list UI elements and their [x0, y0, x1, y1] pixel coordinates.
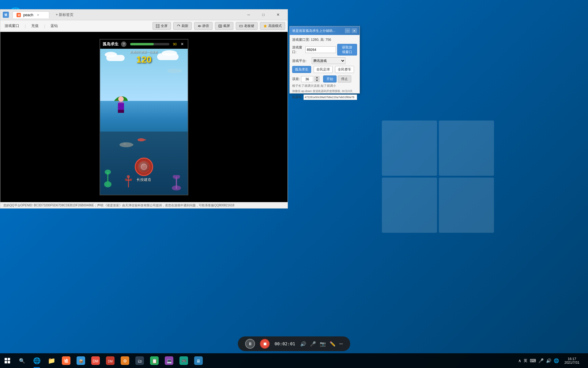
win-logo-q3 — [5, 361, 7, 363]
toolbar-actions: 全屏 刷新 静音 截屏 老板键 — [153, 22, 285, 30]
app5-taskbar-icon: DM — [105, 356, 115, 366]
build-btn-core — [141, 164, 147, 170]
stop-btn[interactable]: 停止 — [338, 75, 351, 82]
keyboard-label: 老板键 — [244, 24, 254, 28]
network-icon[interactable]: 🌐 — [554, 358, 559, 363]
taskbar-app-browser[interactable]: 谁 — [59, 353, 74, 368]
advanced-btn[interactable]: 高级模式 — [260, 22, 285, 30]
app3-taskbar-icon: 📦 — [76, 356, 86, 366]
new-tab-btn[interactable]: + 新标签页 — [52, 11, 77, 19]
app9-taskbar-icon: 💻 — [164, 356, 174, 366]
flying-whale — [166, 67, 182, 72]
game-type-btns: 孤岛求生 全民足球 全民赛车 — [292, 66, 357, 73]
refresh-btn[interactable]: 刷新 — [173, 22, 192, 30]
svg-rect-11 — [156, 27, 157, 28]
camera-icon[interactable]: 📷 — [320, 341, 326, 347]
error-down-btn[interactable]: ▼ — [315, 79, 319, 82]
error-row: 误差: ▲ ▼ 开始 停止 — [292, 75, 357, 82]
taskbar-app-10[interactable]: 🎮 — [176, 353, 191, 368]
mute-btn[interactable]: 静音 — [194, 22, 213, 30]
char-legs — [118, 110, 124, 113]
machine-code-input[interactable] — [303, 94, 357, 100]
start-btn[interactable] — [0, 353, 15, 368]
mute-label: 静音 — [202, 24, 209, 28]
keyboard-lang[interactable]: 英 — [524, 358, 527, 363]
ime-icon[interactable]: ⌨ — [530, 358, 536, 363]
minimize-btn[interactable]: ─ — [242, 10, 256, 19]
window-input[interactable] — [305, 46, 336, 53]
error-input[interactable] — [301, 76, 313, 82]
taskbar-app-edge[interactable]: 🌐 — [29, 353, 44, 368]
menu-game-window[interactable]: 游戏窗口 — [3, 22, 21, 30]
coral-2 — [125, 175, 132, 190]
screenshot-btn[interactable]: 截屏 — [215, 22, 233, 30]
start-btn[interactable]: 开始 — [323, 75, 337, 82]
taskbar-app-6[interactable]: ⚙ — [118, 353, 132, 368]
pen-icon[interactable]: ✏️ — [330, 341, 336, 347]
svg-text:谁: 谁 — [18, 14, 20, 16]
platform-select[interactable]: 腾讯游戏 — [312, 57, 345, 64]
browser-menu: 游戏窗口 | 充值 | 蓝钻 — [3, 22, 60, 30]
taskbar-app-9[interactable]: 💻 — [162, 353, 176, 368]
game-close-btn[interactable]: × — [179, 41, 185, 47]
black-panel-left — [0, 32, 103, 196]
game-type-island[interactable]: 孤岛求生 — [292, 66, 311, 73]
taskbar-app-8[interactable]: 📋 — [147, 353, 162, 368]
game-header: 孤岛求生 ? 90 × — [100, 40, 188, 49]
volume-icon[interactable]: 🔊 — [300, 341, 306, 347]
tool-panel-min-btn[interactable]: ─ — [345, 28, 350, 33]
score-display: 90 — [173, 42, 177, 46]
maximize-btn[interactable]: □ — [256, 10, 270, 19]
score-number: 120 — [100, 54, 188, 65]
game-type-racing[interactable]: 全民赛车 — [335, 66, 354, 73]
game-container: 孤岛求生 ? 90 × — [100, 39, 188, 195]
platform-label: 游戏平台: — [292, 59, 311, 63]
get-window-btn[interactable]: 获取游戏窗口 — [337, 44, 357, 56]
taskbar-app-3[interactable]: 📦 — [74, 353, 88, 368]
fullscreen-btn[interactable]: 全屏 — [153, 22, 171, 30]
tab-favicon: 谁 — [17, 13, 21, 17]
rec-stop-btn[interactable]: ⏹ — [260, 339, 270, 349]
chevron-up-icon[interactable]: ∧ — [518, 358, 521, 363]
explorer-taskbar-icon: 📁 — [47, 356, 56, 366]
taskbar-clock[interactable]: 16:17 2021/7/31 — [561, 357, 582, 364]
taskbar-app-explorer[interactable]: 📁 — [44, 353, 59, 368]
keyboard-btn[interactable]: 老板键 — [236, 22, 258, 30]
help-btn[interactable]: ? — [121, 41, 126, 47]
window-size-info: 游戏窗口宽: 1280, 高: 756 — [292, 37, 357, 42]
menu-recharge[interactable]: 充值 — [29, 22, 40, 30]
taskbar-app-11[interactable]: 🖥 — [191, 353, 206, 368]
char-neck — [118, 102, 124, 103]
build-btn[interactable] — [135, 158, 153, 176]
search-btn[interactable]: 🔍 — [15, 353, 29, 368]
error-stepper: ▲ ▼ — [315, 76, 319, 82]
refresh-label: 刷新 — [182, 24, 188, 28]
mic-icon[interactable]: 🎤 — [310, 341, 316, 347]
error-up-btn[interactable]: ▲ — [315, 76, 319, 79]
menu-divider1: | — [25, 24, 26, 28]
game-type-football[interactable]: 全民足球 — [314, 66, 333, 73]
rec-pause-btn[interactable]: ⏸ — [245, 339, 255, 349]
tool-panel-close-btn[interactable]: ✕ — [352, 28, 357, 33]
browser-tab-peach[interactable]: 谁 peach × — [13, 11, 49, 18]
svg-point-36 — [125, 178, 127, 181]
volume-taskbar-icon[interactable]: 🔊 — [546, 358, 551, 363]
svg-text:🎮: 🎮 — [181, 358, 187, 364]
show-desktop-btn[interactable] — [582, 353, 586, 368]
app6-taskbar-icon: ⚙ — [120, 356, 130, 366]
game-build-area: 长按建造 — [135, 158, 153, 182]
microphone-icon[interactable]: 🎤 — [538, 358, 544, 363]
close-btn[interactable]: ✕ — [271, 10, 285, 19]
taskbar-app-5[interactable]: DM — [103, 353, 118, 368]
minus-icon[interactable]: ─ — [339, 341, 343, 347]
advanced-icon — [263, 24, 267, 28]
taskbar-app-7[interactable]: 🗂 — [132, 353, 147, 368]
taskbar-app-4[interactable]: DM — [88, 353, 103, 368]
svg-rect-17 — [219, 25, 222, 27]
svg-rect-12 — [158, 27, 160, 28]
menu-vip[interactable]: 蓝钻 — [49, 22, 60, 30]
tab-close-btn[interactable]: × — [37, 13, 39, 17]
game-score-area: 距离排行榜第一位还差 120 — [100, 50, 188, 65]
char-body — [118, 103, 124, 110]
app4-taskbar-icon: DM — [91, 356, 100, 366]
